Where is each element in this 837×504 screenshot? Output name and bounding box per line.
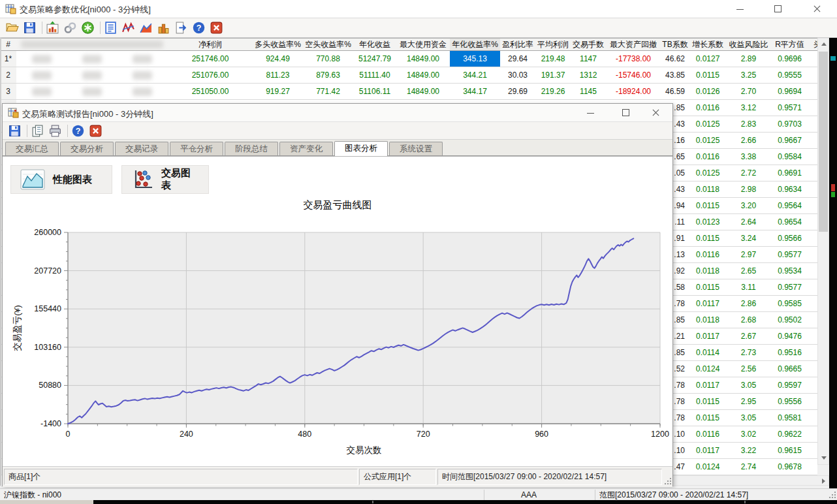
table-cell[interactable]: 2.97 (726, 247, 772, 263)
table-cell[interactable]: 344.21 (450, 67, 501, 84)
column-header[interactable]: 收益风险比 (726, 38, 772, 51)
table-cell[interactable]: 12 (808, 100, 817, 116)
table-cell[interactable]: 0.0115 (689, 279, 727, 296)
table-cell[interactable]: 924.49 (253, 51, 304, 67)
table-cell[interactable]: 344.17 (450, 84, 501, 100)
help-icon[interactable]: ? (71, 124, 85, 138)
close-icon[interactable] (210, 21, 223, 35)
table-cell[interactable]: 12 (808, 198, 817, 214)
tab-交易记录[interactable]: 交易记录 (115, 142, 168, 155)
main-resize-grip[interactable] (828, 492, 836, 499)
table-cell[interactable]: 12 (808, 149, 817, 165)
table-cell[interactable]: 0.0124 (689, 361, 727, 377)
table-cell[interactable]: 13 (808, 263, 817, 279)
performance-chart-button[interactable]: 性能图表 (10, 165, 112, 194)
tab-平仓分析[interactable]: 平仓分析 (170, 142, 223, 155)
table-cell[interactable]: 51111.40 (353, 67, 397, 84)
table-cell[interactable]: 13 (808, 165, 817, 181)
table-cell[interactable]: 12 (808, 377, 817, 394)
trade-chart-button[interactable]: 交易图表 (121, 165, 209, 194)
table-cell[interactable]: 13 (808, 84, 817, 100)
bar-chart-icon[interactable] (157, 21, 170, 35)
export-icon[interactable] (174, 21, 188, 35)
link-icon[interactable] (63, 21, 77, 35)
table-cell[interactable]: 2.95 (726, 394, 772, 410)
table-cell[interactable]: 3.02 (726, 426, 772, 443)
column-header[interactable]: 空头收益率% (303, 38, 354, 51)
tab-资产变化[interactable]: 资产变化 (279, 142, 333, 155)
tab-图表分析[interactable]: 图表分析 (334, 141, 388, 156)
table-cell[interactable]: 251746.00 (168, 51, 253, 67)
save-icon[interactable] (8, 124, 22, 138)
tab-交易分析[interactable]: 交易分析 (60, 142, 114, 155)
table-cell[interactable]: 191.37 (535, 67, 571, 84)
table-cell[interactable]: 2.72 (726, 165, 772, 181)
table-cell[interactable]: 0.9678 (771, 459, 809, 475)
table-cell[interactable]: 29.69 (500, 84, 536, 100)
table-cell[interactable]: 879.63 (303, 67, 354, 84)
column-header[interactable]: 头寸 (808, 38, 817, 51)
tab-阶段总结[interactable]: 阶段总结 (225, 142, 278, 155)
table-cell[interactable]: 811.23 (253, 67, 304, 84)
table-cell[interactable]: 0.9703 (771, 116, 809, 133)
table-cell[interactable]: 12 (808, 443, 817, 459)
table-cell[interactable]: 0.9502 (771, 312, 809, 328)
table-cell[interactable]: 0.0123 (689, 214, 727, 230)
table-cell[interactable]: 0.9581 (771, 410, 809, 426)
table-cell[interactable]: 0.9534 (771, 263, 809, 279)
table-cell[interactable]: 43.85 (661, 67, 690, 84)
table-cell[interactable]: 2.65 (726, 263, 772, 279)
dialog-close-button[interactable] (643, 104, 669, 122)
table-cell[interactable]: 51247.79 (353, 51, 397, 67)
tab-交易汇总[interactable]: 交易汇总 (5, 142, 59, 155)
table-cell[interactable]: 2.56 (726, 361, 772, 377)
table-cell[interactable]: 3.11 (726, 279, 772, 296)
table-cell[interactable]: 0.0115 (689, 230, 727, 247)
table-cell[interactable]: 0.0117 (689, 328, 727, 345)
table-cell[interactable]: 0.0116 (689, 426, 727, 443)
table-cell[interactable]: 251076.00 (168, 67, 253, 84)
column-header[interactable]: 增长系数 (689, 38, 727, 51)
table-cell[interactable]: 1147 (571, 51, 607, 67)
table-cell[interactable]: 0.9694 (771, 84, 809, 100)
table-cell[interactable]: 0.0115 (689, 410, 727, 426)
table-cell[interactable]: 3.24 (726, 230, 772, 247)
table-cell[interactable]: 1312 (571, 67, 607, 84)
table-cell[interactable]: 0.0118 (689, 181, 727, 198)
dialog-minimize-button[interactable] (578, 104, 604, 122)
table-cell[interactable]: 0.9556 (771, 394, 809, 410)
table-cell[interactable]: 12 (808, 247, 817, 263)
table-hscrollbar[interactable] (672, 475, 829, 486)
dialog-maximize-button[interactable] (614, 104, 640, 122)
table-cell[interactable]: 219.26 (535, 84, 571, 100)
table-cell[interactable]: 2.73 (726, 345, 772, 361)
help-icon[interactable]: ? (192, 21, 206, 35)
table-cell[interactable]: 3.20 (726, 198, 772, 214)
table-cell[interactable]: 3.05 (726, 377, 772, 394)
table-cell[interactable]: 0.9665 (771, 361, 809, 377)
table-cell[interactable]: 12 (808, 67, 817, 84)
table-cell[interactable]: 2.70 (726, 84, 772, 100)
asterisk-icon[interactable] (81, 21, 95, 35)
table-cell[interactable]: 0.9654 (771, 214, 809, 230)
table-cell[interactable]: 0.9597 (771, 377, 809, 394)
table-cell[interactable]: 0.0115 (689, 67, 727, 84)
table-cell[interactable]: -15746.00 (606, 67, 661, 84)
table-cell[interactable]: 2.64 (726, 214, 772, 230)
table-cell[interactable]: 13 (808, 133, 817, 149)
table-cell[interactable]: 12 (808, 279, 817, 296)
table-cell[interactable]: 13 (808, 459, 817, 475)
table-cell[interactable]: 2.83 (726, 116, 772, 133)
table-cell[interactable]: 12 (808, 230, 817, 247)
column-header[interactable]: 多头收益率% (253, 38, 304, 51)
close-button[interactable] (802, 0, 832, 18)
table-cell[interactable]: 46.62 (661, 51, 690, 67)
table-cell[interactable]: 0.0124 (689, 459, 727, 475)
table-cell[interactable]: 2.74 (726, 459, 772, 475)
column-header[interactable]: 年化收益 (353, 38, 397, 51)
scroll-right-icon[interactable] (822, 479, 825, 484)
table-cell[interactable]: 2.98 (726, 181, 772, 198)
column-header[interactable]: 交易手数 (571, 38, 607, 51)
table-cell[interactable]: 3.12 (726, 100, 772, 116)
column-header[interactable]: R平方值 (771, 38, 809, 51)
